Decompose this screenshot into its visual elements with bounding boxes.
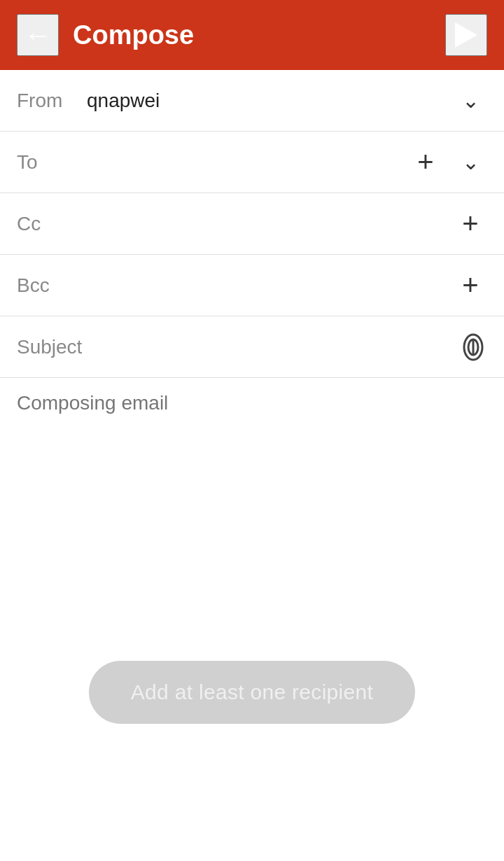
page-title: Compose: [59, 20, 445, 50]
to-row: To + ⌄: [0, 132, 504, 193]
bcc-row: Bcc +: [0, 255, 504, 316]
app-header: ← Compose: [0, 0, 504, 70]
cc-label: Cc: [17, 213, 87, 235]
subject-input[interactable]: [87, 336, 459, 358]
from-chevron-icon[interactable]: ⌄: [454, 84, 487, 118]
from-label: From: [17, 90, 87, 112]
send-icon: [455, 22, 477, 48]
to-chevron-icon[interactable]: ⌄: [454, 146, 487, 179]
bcc-actions: +: [454, 269, 487, 302]
cc-input[interactable]: [87, 213, 454, 235]
back-arrow-icon: ←: [24, 21, 52, 49]
cc-actions: +: [454, 207, 487, 241]
bcc-add-icon[interactable]: +: [454, 269, 487, 302]
subject-actions: [459, 333, 487, 361]
to-actions: + ⌄: [409, 146, 487, 179]
compose-body: [0, 378, 504, 633]
from-actions: ⌄: [454, 84, 487, 118]
from-value: qnapwei: [87, 90, 454, 112]
body-input[interactable]: [17, 392, 487, 616]
bottom-area: Add at least one recipient: [0, 633, 504, 766]
attach-icon[interactable]: [459, 333, 487, 361]
to-input[interactable]: [87, 151, 409, 174]
send-button[interactable]: [445, 14, 487, 56]
to-label: To: [17, 151, 87, 174]
bcc-input[interactable]: [87, 274, 454, 297]
back-button[interactable]: ←: [17, 14, 59, 56]
from-row: From qnapwei ⌄: [0, 70, 504, 132]
add-recipient-button[interactable]: Add at least one recipient: [89, 661, 415, 724]
subject-row: Subject: [0, 316, 504, 378]
to-add-icon[interactable]: +: [409, 146, 442, 179]
cc-row: Cc +: [0, 193, 504, 255]
bcc-label: Bcc: [17, 274, 87, 297]
subject-label: Subject: [17, 336, 87, 358]
cc-add-icon[interactable]: +: [454, 207, 487, 241]
